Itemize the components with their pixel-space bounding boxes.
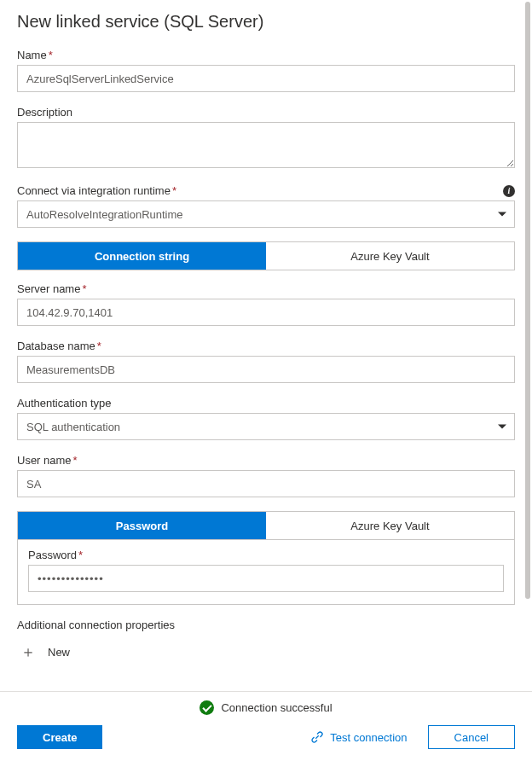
description-input[interactable] bbox=[17, 122, 515, 168]
field-description: Description bbox=[17, 106, 515, 171]
create-button[interactable]: Create bbox=[17, 725, 102, 749]
runtime-label: Connect via integration runtime* bbox=[17, 184, 176, 197]
info-icon[interactable]: i bbox=[503, 185, 515, 197]
form-panel: New linked service (SQL Server) Name* De… bbox=[0, 0, 532, 681]
additional-props-label: Additional connection properties bbox=[17, 619, 515, 631]
tab-azure-key-vault[interactable]: Azure Key Vault bbox=[266, 242, 514, 270]
tab-connection-string[interactable]: Connection string bbox=[18, 242, 266, 270]
field-password-source: Password Azure Key Vault Password* bbox=[17, 511, 515, 605]
cancel-button[interactable]: Cancel bbox=[428, 725, 515, 749]
password-source-tabs: Password Azure Key Vault bbox=[17, 511, 515, 540]
footer-bar: Connection successful Create Test connec… bbox=[0, 691, 532, 761]
add-connection-property-button[interactable]: ＋ New bbox=[17, 636, 515, 667]
field-user-name: User name* bbox=[17, 454, 515, 497]
password-label: Password* bbox=[28, 549, 83, 561]
auth-type-select[interactable]: SQL authentication bbox=[17, 413, 515, 440]
password-input[interactable] bbox=[28, 565, 504, 592]
field-integration-runtime: Connect via integration runtime* i AutoR… bbox=[17, 184, 515, 228]
user-name-input[interactable] bbox=[17, 470, 515, 497]
connection-source-tabs: Connection string Azure Key Vault bbox=[17, 241, 515, 270]
field-server-name: Server name* bbox=[17, 282, 515, 326]
link-icon bbox=[311, 731, 323, 743]
name-label: Name* bbox=[17, 49, 53, 61]
database-name-label: Database name* bbox=[17, 340, 101, 352]
success-check-icon bbox=[200, 700, 214, 715]
scrollbar[interactable] bbox=[525, 2, 530, 650]
connection-status: Connection successful bbox=[17, 700, 515, 715]
test-connection-button[interactable]: Test connection bbox=[311, 731, 407, 744]
server-name-input[interactable] bbox=[17, 299, 515, 326]
page-title: New linked service (SQL Server) bbox=[17, 12, 515, 32]
field-auth-type: Authentication type SQL authentication bbox=[17, 397, 515, 440]
user-name-label: User name* bbox=[17, 454, 78, 467]
name-input[interactable] bbox=[17, 65, 515, 92]
description-label: Description bbox=[17, 106, 72, 119]
plus-icon: ＋ bbox=[20, 642, 36, 662]
database-name-input[interactable] bbox=[17, 356, 515, 383]
field-database-name: Database name* bbox=[17, 340, 515, 383]
section-additional-props: Additional connection properties ＋ New bbox=[17, 619, 515, 667]
server-name-label: Server name* bbox=[17, 282, 86, 295]
tab-password[interactable]: Password bbox=[18, 512, 266, 539]
runtime-select[interactable]: AutoResolveIntegrationRuntime bbox=[17, 200, 515, 228]
auth-type-label: Authentication type bbox=[17, 397, 112, 410]
chevron-down-icon bbox=[498, 425, 506, 429]
tab-password-key-vault[interactable]: Azure Key Vault bbox=[266, 512, 514, 539]
chevron-down-icon bbox=[498, 212, 506, 217]
field-name: Name* bbox=[17, 49, 515, 92]
